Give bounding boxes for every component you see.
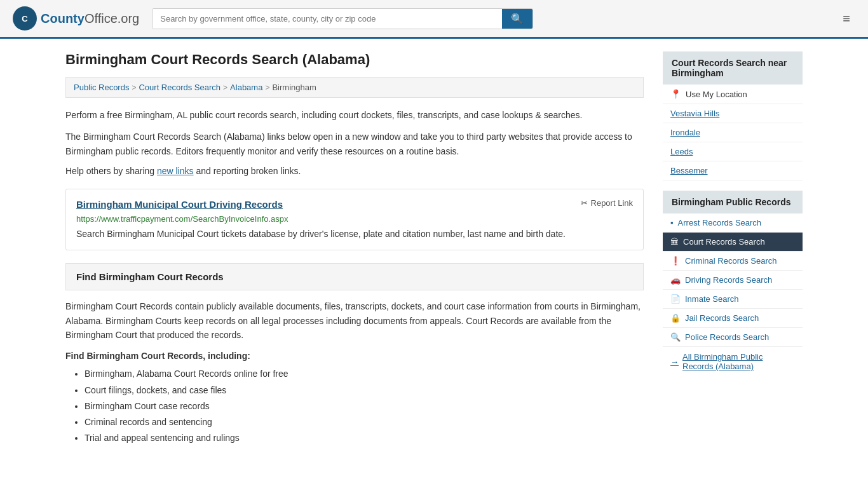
report-link-label: Report Link <box>591 198 633 208</box>
jail-icon: 🔒 <box>670 313 681 323</box>
sidebar-item-bessemer[interactable]: Bessemer <box>663 161 803 180</box>
report-icon: ✂ <box>581 198 588 208</box>
sidebar: Court Records Search near Birmingham 📍 U… <box>663 51 803 446</box>
arrest-icon: ▪ <box>670 218 674 227</box>
driving-icon: 🚗 <box>670 275 681 285</box>
page-body: Birmingham Court Records Search (Alabama… <box>53 39 815 459</box>
driving-records-link[interactable]: Driving Records Search <box>685 275 772 285</box>
link-card-url[interactable]: https://www.trafficpayment.com/SearchByI… <box>76 214 633 224</box>
find-section-title: Find Birmingham Court Records <box>76 271 633 282</box>
bullet-item: Criminal records and sentencing <box>85 414 644 430</box>
global-search: 🔍 <box>152 8 533 29</box>
new-links-link[interactable]: new links <box>157 166 194 176</box>
sidebar-item-vestavia-hills[interactable]: Vestavia Hills <box>663 104 803 123</box>
search-button[interactable]: 🔍 <box>502 9 532 29</box>
all-records-anchor[interactable]: All Birmingham Public Records (Alabama) <box>682 352 795 371</box>
intro-para-2: The Birmingham Court Records Search (Ala… <box>65 130 644 158</box>
logo-icon: C <box>13 6 37 30</box>
sidebar-item-jail-records[interactable]: 🔒 Jail Records Search <box>663 309 803 328</box>
find-section-bullets: Birmingham, Alabama Court Records online… <box>65 366 644 446</box>
sidebar-item-police-records[interactable]: 🔍 Police Records Search <box>663 328 803 347</box>
bullet-item: Court filings, dockets, and case files <box>85 383 644 398</box>
site-header: C CountyOffice.org 🔍 ≡ <box>0 0 868 39</box>
search-input[interactable] <box>153 9 502 29</box>
sidebar-item-criminal-records[interactable]: ❗ Criminal Records Search <box>663 252 803 271</box>
breadcrumb-public-records[interactable]: Public Records <box>74 83 129 92</box>
link-card-title: Birmingham Municipal Court Driving Recor… <box>76 198 283 210</box>
main-content: Birmingham Court Records Search (Alabama… <box>65 51 644 446</box>
arrest-records-link[interactable]: Arrest Records Search <box>678 218 762 227</box>
menu-button[interactable]: ≡ <box>837 9 855 29</box>
link-card-title-link[interactable]: Birmingham Municipal Court Driving Recor… <box>76 199 283 210</box>
breadcrumb: Public Records > Court Records Search > … <box>65 77 644 98</box>
find-section-subheading: Find Birmingham Court Records, including… <box>65 351 644 361</box>
link-card-description: Search Birmingham Municipal Court ticket… <box>76 227 633 241</box>
svg-text:C: C <box>22 14 28 24</box>
inmate-icon: 📄 <box>670 294 681 304</box>
bullet-item: Birmingham Court case records <box>85 398 644 414</box>
site-logo[interactable]: C CountyOffice.org <box>13 6 139 30</box>
breadcrumb-sep-3: > <box>265 83 269 92</box>
link-card-header: Birmingham Municipal Court Driving Recor… <box>76 198 633 210</box>
report-link-button[interactable]: ✂ Report Link <box>581 198 633 208</box>
sidebar-nearby-block: Court Records Search near Birmingham 📍 U… <box>663 51 803 180</box>
court-records-link[interactable]: Court Records Search <box>683 237 765 247</box>
sidebar-item-driving-records[interactable]: 🚗 Driving Records Search <box>663 271 803 290</box>
bullet-item: Trial and appeal sentencing and rulings <box>85 430 644 446</box>
breadcrumb-alabama[interactable]: Alabama <box>230 83 262 92</box>
use-location-label: Use My Location <box>686 90 747 99</box>
find-section-header: Find Birmingham Court Records <box>65 263 644 290</box>
pin-icon: 📍 <box>670 89 681 99</box>
court-icon: 🏛 <box>670 237 679 247</box>
jail-records-link[interactable]: Jail Records Search <box>685 313 759 323</box>
find-section-para: Birmingham Court Records contain publicl… <box>65 299 644 342</box>
sidebar-item-inmate-search[interactable]: 📄 Inmate Search <box>663 290 803 309</box>
sidebar-item-irondale[interactable]: Irondale <box>663 123 803 142</box>
sidebar-use-location[interactable]: 📍 Use My Location <box>663 85 803 104</box>
sidebar-nearby-title: Court Records Search near Birmingham <box>663 51 803 85</box>
sidebar-item-arrest-records[interactable]: ▪ Arrest Records Search <box>663 214 803 233</box>
breadcrumb-court-records[interactable]: Court Records Search <box>139 83 220 92</box>
logo-brand: CountyOffice.org <box>41 11 139 26</box>
breadcrumb-current: Birmingham <box>272 83 316 92</box>
arrow-icon: → <box>670 357 679 367</box>
criminal-icon: ❗ <box>670 256 681 266</box>
inmate-search-link[interactable]: Inmate Search <box>685 294 739 304</box>
intro-para-3: Help others by sharing new links and rep… <box>65 166 644 176</box>
police-records-link[interactable]: Police Records Search <box>685 332 769 342</box>
sidebar-public-records-title: Birmingham Public Records <box>663 191 803 214</box>
sidebar-public-records-block: Birmingham Public Records ▪ Arrest Recor… <box>663 191 803 376</box>
bullet-item: Birmingham, Alabama Court Records online… <box>85 366 644 382</box>
breadcrumb-sep-2: > <box>223 83 227 92</box>
link-card-driving-records: Birmingham Municipal Court Driving Recor… <box>65 189 644 250</box>
police-icon: 🔍 <box>670 332 681 342</box>
header-right: ≡ <box>837 9 855 29</box>
all-records-link[interactable]: → All Birmingham Public Records (Alabama… <box>663 347 803 376</box>
intro-para-1: Perform a free Birmingham, AL public cou… <box>65 108 644 122</box>
sidebar-item-court-records[interactable]: 🏛 Court Records Search <box>663 233 803 252</box>
criminal-records-link[interactable]: Criminal Records Search <box>685 256 777 266</box>
page-title: Birmingham Court Records Search (Alabama… <box>65 51 644 68</box>
sidebar-item-leeds[interactable]: Leeds <box>663 142 803 161</box>
breadcrumb-sep-1: > <box>132 83 136 92</box>
